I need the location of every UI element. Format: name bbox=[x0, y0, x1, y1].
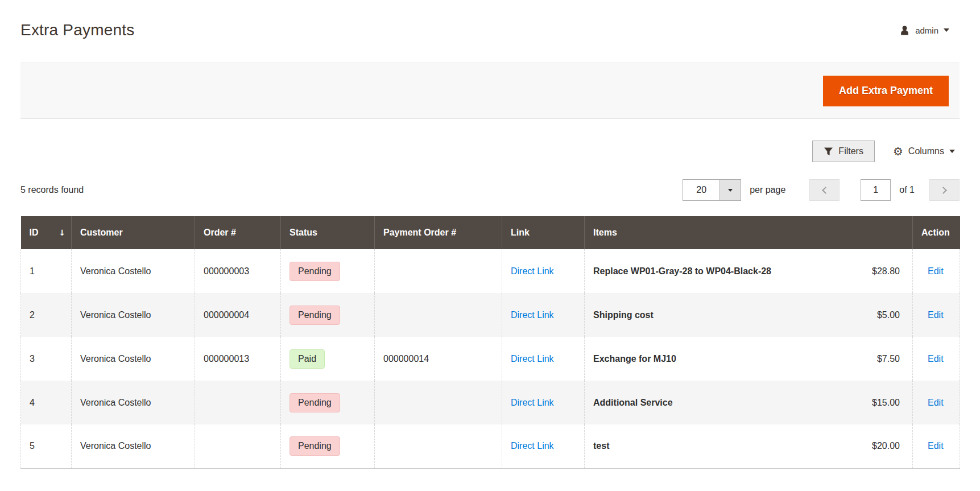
column-header-payment-order-number[interactable]: Payment Order # bbox=[375, 216, 502, 249]
cell-customer: Veronica Costello bbox=[72, 381, 195, 424]
cell-link: Direct Link bbox=[502, 337, 585, 381]
edit-link[interactable]: Edit bbox=[928, 398, 944, 407]
direct-link[interactable]: Direct Link bbox=[511, 398, 554, 407]
table-row: 3Veronica Costello000000013Paid000000014… bbox=[21, 337, 960, 381]
chevron-left-icon bbox=[822, 187, 829, 194]
cell-id: 5 bbox=[21, 424, 72, 468]
cell-link: Direct Link bbox=[502, 381, 585, 424]
edit-link[interactable]: Edit bbox=[928, 354, 944, 364]
cell-items: Shipping cost$5.00 bbox=[585, 293, 913, 337]
cell-customer: Veronica Costello bbox=[72, 337, 195, 381]
column-header-items[interactable]: Items bbox=[585, 216, 913, 249]
cell-items: Exchange for MJ10$7.50 bbox=[585, 337, 913, 381]
status-badge: Pending bbox=[290, 262, 340, 281]
column-label: Payment Order # bbox=[383, 228, 456, 238]
cell-link: Direct Link bbox=[502, 249, 585, 293]
filters-label: Filters bbox=[838, 146, 863, 156]
column-label: Order # bbox=[204, 228, 236, 238]
table-row: 1Veronica Costello000000003PendingDirect… bbox=[21, 249, 960, 293]
column-header-action[interactable]: Action bbox=[913, 216, 960, 249]
cell-payment-order-number: 000000014 bbox=[375, 337, 502, 381]
item-name: Exchange for MJ10 bbox=[593, 354, 676, 364]
column-header-status[interactable]: Status bbox=[281, 216, 375, 249]
records-bar: 5 records found 20 per page of 1 bbox=[20, 179, 960, 201]
filter-funnel-icon bbox=[824, 147, 833, 156]
direct-link[interactable]: Direct Link bbox=[511, 354, 554, 364]
cell-status: Paid bbox=[281, 337, 375, 381]
item-amount: $20.00 bbox=[872, 441, 900, 451]
column-label: Status bbox=[290, 228, 317, 238]
cell-id: 4 bbox=[21, 381, 72, 424]
item-amount: $5.00 bbox=[877, 310, 900, 320]
select-arrow bbox=[720, 180, 741, 200]
cell-id: 3 bbox=[21, 337, 72, 381]
pagination: 20 per page of 1 bbox=[683, 179, 960, 201]
item-name: Shipping cost bbox=[593, 310, 654, 320]
cell-link: Direct Link bbox=[502, 293, 585, 337]
item-amount: $15.00 bbox=[872, 398, 900, 408]
cell-payment-order-number bbox=[375, 249, 502, 293]
cell-items: test$20.00 bbox=[585, 424, 913, 468]
page-header: Extra Payments admin bbox=[20, 0, 960, 43]
page-actions-bar: Add Extra Payment bbox=[20, 63, 960, 119]
page-title: Extra Payments bbox=[20, 21, 134, 39]
column-label: Customer bbox=[80, 228, 123, 238]
cell-items: Additional Service$15.00 bbox=[585, 381, 913, 424]
column-header-link[interactable]: Link bbox=[502, 216, 585, 249]
cell-action: Edit bbox=[913, 249, 960, 293]
cell-action: Edit bbox=[913, 381, 960, 424]
filters-button[interactable]: Filters bbox=[812, 141, 875, 162]
page: Extra Payments admin Add Extra Payment F… bbox=[0, 0, 980, 469]
cell-action: Edit bbox=[913, 293, 960, 337]
cell-payment-order-number bbox=[375, 381, 502, 424]
columns-control[interactable]: ⚙ Columns bbox=[893, 146, 955, 157]
next-page-button[interactable] bbox=[929, 179, 960, 201]
status-badge: Paid bbox=[290, 349, 325, 369]
cell-status: Pending bbox=[281, 293, 375, 337]
cell-order-number bbox=[195, 424, 281, 468]
direct-link[interactable]: Direct Link bbox=[511, 310, 554, 320]
cell-payment-order-number bbox=[375, 424, 502, 468]
grid-controls: Filters ⚙ Columns bbox=[20, 141, 960, 162]
column-label: Action bbox=[921, 228, 950, 238]
cell-action: Edit bbox=[913, 337, 960, 381]
per-page-select[interactable]: 20 bbox=[683, 179, 741, 201]
previous-page-button[interactable] bbox=[809, 179, 840, 201]
cell-id: 1 bbox=[21, 249, 72, 293]
admin-user-menu[interactable]: admin bbox=[899, 25, 949, 36]
gear-icon: ⚙ bbox=[893, 146, 903, 157]
cell-payment-order-number bbox=[375, 293, 502, 337]
table-row: 4Veronica CostelloPendingDirect LinkAddi… bbox=[21, 381, 960, 424]
edit-link[interactable]: Edit bbox=[928, 441, 944, 451]
cell-status: Pending bbox=[281, 424, 375, 468]
columns-label: Columns bbox=[908, 146, 944, 156]
cell-order-number: 000000013 bbox=[195, 337, 281, 381]
cell-status: Pending bbox=[281, 381, 375, 424]
cell-link: Direct Link bbox=[502, 424, 585, 468]
edit-link[interactable]: Edit bbox=[928, 266, 944, 276]
current-page-input[interactable] bbox=[861, 179, 891, 201]
username-label: admin bbox=[915, 26, 938, 35]
column-header-order-number[interactable]: Order # bbox=[195, 216, 281, 249]
direct-link[interactable]: Direct Link bbox=[511, 266, 554, 276]
cell-customer: Veronica Costello bbox=[72, 249, 195, 293]
column-header-id[interactable]: ID↓ bbox=[21, 216, 72, 249]
column-label: Link bbox=[511, 228, 530, 238]
cell-order-number: 000000003 bbox=[195, 249, 281, 293]
table-header-row: ID↓CustomerOrder #StatusPayment Order #L… bbox=[21, 216, 960, 249]
user-icon bbox=[899, 25, 910, 36]
cell-customer: Veronica Costello bbox=[72, 424, 195, 468]
add-extra-payment-button[interactable]: Add Extra Payment bbox=[823, 76, 949, 106]
direct-link[interactable]: Direct Link bbox=[511, 441, 554, 451]
cell-id: 2 bbox=[21, 293, 72, 337]
per-page-value: 20 bbox=[683, 180, 720, 200]
cell-customer: Veronica Costello bbox=[72, 293, 195, 337]
cell-order-number: 000000004 bbox=[195, 293, 281, 337]
item-name: Replace WP01-Gray-28 to WP04-Black-28 bbox=[593, 266, 771, 277]
status-badge: Pending bbox=[290, 436, 340, 456]
column-header-customer[interactable]: Customer bbox=[72, 216, 195, 249]
chevron-down-icon bbox=[949, 150, 955, 153]
edit-link[interactable]: Edit bbox=[928, 310, 944, 320]
sort-desc-icon: ↓ bbox=[59, 228, 65, 237]
chevron-right-icon bbox=[940, 187, 947, 194]
